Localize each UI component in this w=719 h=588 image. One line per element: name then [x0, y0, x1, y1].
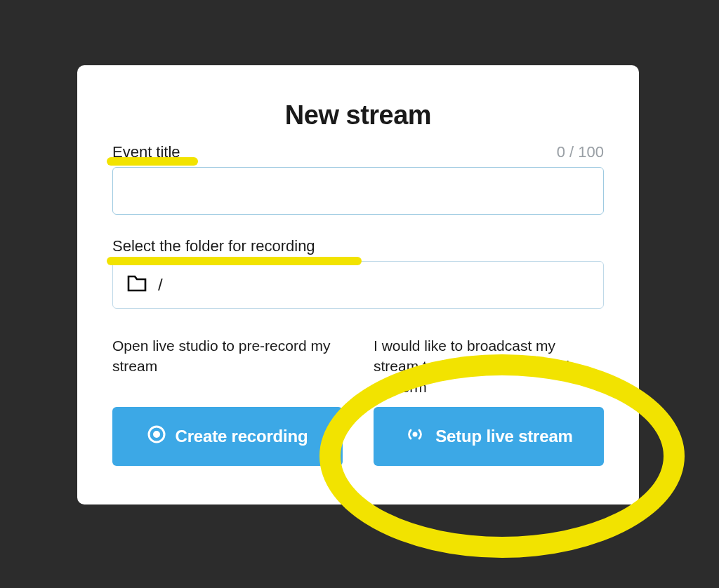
- broadcast-icon: [404, 425, 426, 448]
- record-icon: [147, 425, 166, 448]
- event-title-label: Event title: [112, 143, 180, 161]
- svg-point-2: [413, 432, 418, 437]
- record-description: Open live studio to pre-record my stream: [112, 335, 343, 399]
- folder-label: Select the folder for recording: [112, 237, 604, 255]
- char-counter: 0 / 100: [557, 143, 604, 161]
- live-option: I would like to broadcast my stream to e…: [374, 335, 604, 466]
- folder-path: /: [158, 275, 163, 295]
- folder-icon: [127, 275, 147, 295]
- svg-point-1: [153, 431, 160, 438]
- create-recording-button[interactable]: Create recording: [112, 407, 343, 466]
- new-stream-modal: New stream Event title 0 / 100 Select th…: [77, 65, 639, 505]
- record-option: Open live studio to pre-record my stream…: [112, 335, 343, 466]
- create-recording-label: Create recording: [176, 427, 308, 446]
- folder-section: Select the folder for recording /: [112, 237, 604, 309]
- setup-live-stream-button[interactable]: Setup live stream: [374, 407, 604, 466]
- live-description: I would like to broadcast my stream to e…: [374, 335, 604, 399]
- folder-select[interactable]: /: [112, 261, 604, 309]
- event-title-header: Event title 0 / 100: [112, 143, 604, 161]
- modal-title: New stream: [112, 100, 604, 131]
- options-row: Open live studio to pre-record my stream…: [112, 335, 604, 466]
- setup-live-stream-label: Setup live stream: [435, 427, 572, 446]
- event-title-input[interactable]: [112, 167, 604, 215]
